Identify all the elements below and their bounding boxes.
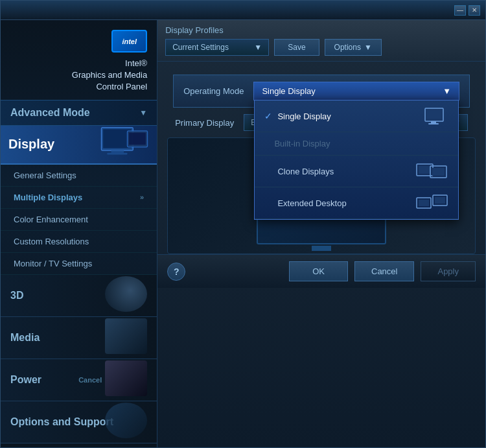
single-display-icon: [424, 107, 448, 125]
svg-rect-15: [419, 200, 429, 206]
options-arrow: ▼: [364, 43, 372, 52]
advanced-mode-label: Advanced Mode: [10, 107, 90, 119]
category-media[interactable]: Media: [1, 317, 157, 359]
nav-item-custom-resolutions[interactable]: Custom Resolutions: [1, 231, 157, 253]
power-cancel-label: Cancel: [78, 376, 102, 384]
mode-dropdown-menu: ✓ Single Display: [254, 100, 459, 220]
check-icon: ✓: [264, 111, 272, 121]
nav-item-multiple-displays[interactable]: Multiple Displays »: [1, 187, 157, 209]
nav-item-monitor-tv-settings[interactable]: Monitor / TV Settings: [1, 253, 157, 275]
clone-displays-icon: [416, 162, 448, 180]
media-icon: [105, 318, 147, 354]
category-power[interactable]: Power Cancel: [1, 359, 157, 401]
dropdown-item-builtin[interactable]: Built-in Display: [255, 132, 458, 156]
bottom-bar: ? OK Cancel Apply: [157, 254, 485, 288]
profiles-controls: Current Settings ▼ Save Options ▼: [165, 39, 478, 56]
profiles-label: Display Profiles: [165, 25, 478, 35]
3d-icon: [105, 276, 147, 312]
display-monitor-graphic: [98, 126, 150, 161]
ok-button[interactable]: OK: [289, 261, 348, 281]
category-3d-image: [105, 276, 154, 315]
current-settings-dropdown[interactable]: Current Settings ▼: [165, 39, 269, 56]
extended-desktop-icon: [416, 194, 448, 212]
advanced-mode-toggle[interactable]: Advanced Mode ▼: [1, 100, 157, 126]
close-button[interactable]: ✕: [469, 5, 480, 16]
main-panel: Display Profiles Current Settings ▼ Save…: [157, 20, 485, 447]
category-media-image: [105, 318, 154, 357]
svg-rect-11: [419, 166, 431, 174]
profiles-bar: Display Profiles Current Settings ▼ Save…: [157, 20, 485, 62]
display-icon: [98, 126, 157, 163]
sidebar: intel Intel® Graphics and Media Control …: [1, 20, 157, 447]
category-power-image: [105, 360, 154, 399]
category-media-label: Media: [10, 332, 40, 344]
category-3d-label: 3D: [10, 290, 23, 301]
titlebar: — ✕: [1, 1, 485, 20]
dropdown-item-single-display[interactable]: ✓ Single Display: [255, 100, 458, 132]
display-label: Display: [8, 137, 54, 152]
nav-item-general-settings[interactable]: General Settings: [1, 165, 157, 187]
svg-rect-5: [129, 132, 146, 145]
options-button[interactable]: Options ▼: [325, 39, 382, 56]
display-section[interactable]: Display: [1, 126, 157, 165]
category-power-label: Power: [10, 374, 41, 386]
help-button[interactable]: ?: [167, 263, 185, 281]
main-window: — ✕ intel Intel® Graphics and Media Cont…: [0, 0, 486, 448]
nav-item-color-enhancement[interactable]: Color Enhancement: [1, 209, 157, 231]
apply-button[interactable]: Apply: [421, 261, 476, 281]
svg-rect-7: [427, 110, 441, 119]
primary-display-label: Primary Display: [175, 118, 234, 128]
save-button[interactable]: Save: [274, 39, 319, 56]
svg-rect-3: [108, 152, 128, 154]
svg-rect-8: [431, 121, 436, 123]
category-3d[interactable]: 3D: [1, 275, 157, 317]
operating-mode-bar: Operating Mode Single Display ▼ ✓ Single…: [173, 75, 470, 108]
dropdown-item-extended[interactable]: Extended Desktop: [255, 187, 458, 219]
svg-rect-13: [432, 168, 445, 176]
operating-mode-container: Operating Mode Single Display ▼ ✓ Single…: [157, 68, 485, 254]
svg-rect-9: [428, 123, 439, 124]
category-options-label: Options and Support: [10, 416, 113, 428]
dropdown-item-clone[interactable]: Clone Displays: [255, 156, 458, 187]
app-title: Intel® Graphics and Media Control Panel: [72, 58, 147, 93]
advanced-mode-arrow: ▼: [139, 108, 147, 117]
svg-rect-2: [111, 150, 124, 153]
cancel-button[interactable]: Cancel: [354, 261, 414, 281]
options-icon: [105, 403, 147, 438]
category-options-image: [105, 403, 154, 442]
power-icon: [105, 360, 147, 396]
operating-mode-dropdown[interactable]: Single Display ▼ ✓ Single Display: [253, 82, 459, 100]
content-area: intel Intel® Graphics and Media Control …: [1, 20, 485, 447]
nav-menu: General Settings Multiple Displays » Col…: [1, 165, 157, 275]
logo-area: intel Intel® Graphics and Media Control …: [1, 20, 157, 100]
mode-dropdown-arrow: ▼: [443, 86, 451, 96]
current-settings-arrow: ▼: [254, 43, 262, 52]
nav-arrows-multiple-displays: »: [140, 193, 144, 201]
minimize-button[interactable]: —: [454, 5, 466, 16]
intel-logo: intel: [111, 30, 147, 53]
svg-rect-17: [435, 197, 445, 204]
operating-mode-label: Operating Mode: [183, 86, 244, 96]
category-options-support[interactable]: Options and Support: [1, 401, 157, 443]
